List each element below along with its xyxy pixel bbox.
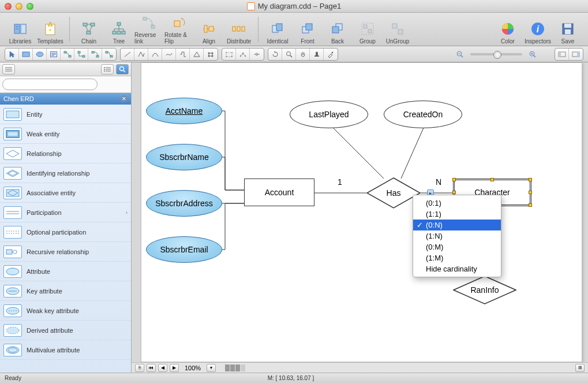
toolbar-back[interactable]: Back [323,14,352,44]
relationship-raninfo[interactable]: RanInfo [453,276,516,304]
toolbar-ungroup[interactable]: UnGroup [383,14,412,44]
edit-tool-1[interactable] [222,48,236,61]
toolbar-rotate-flip[interactable]: Rotate & Flip [164,14,193,44]
toolbar-chain[interactable]: Chain [74,14,103,44]
attribute-oval[interactable]: SbscrbrEmail [146,236,222,263]
toolbar-identical[interactable]: Identical [263,14,292,44]
menu-item[interactable]: Hide cardinality [413,263,501,274]
edit-tool-2[interactable] [236,48,250,61]
library-search-input[interactable] [2,79,98,90]
svg-rect-99 [6,189,19,196]
toolbar-reverse-link[interactable]: Reverse link [134,14,163,44]
library-item[interactable]: Key attribute [0,281,131,301]
toolbar-color[interactable]: Color [493,14,522,44]
line-tool-7[interactable] [204,48,218,61]
library-item[interactable]: Identifying relationship [0,163,131,183]
library-item[interactable]: Optional participation [0,222,131,242]
line-tool-1[interactable] [121,48,134,61]
zoom-dropdown[interactable]: ▾ [207,364,216,372]
sidebar-search-button[interactable] [116,64,129,75]
line-tool-6[interactable] [190,48,204,61]
toolbar-tree[interactable]: Tree [104,14,133,44]
library-item[interactable]: Multivalue attribute [0,340,131,360]
toolbar-save[interactable]: Save [553,14,582,44]
rect-tool[interactable] [19,48,33,61]
rotate-tool[interactable] [268,48,282,61]
toolbar-align[interactable]: Align [194,14,223,44]
menu-item[interactable]: (1:M) [413,252,501,263]
menu-item[interactable]: (0:1) [413,198,501,209]
page-tab-toggle[interactable]: ⎘ [135,364,144,372]
library-group-title: Chen ERD [3,95,34,102]
svg-rect-12 [122,31,125,34]
attribute-oval[interactable]: AcctName [146,98,222,124]
zoom-window-button[interactable] [27,3,33,10]
cardinality-right: N [436,177,441,187]
attribute-createdon[interactable]: CreatedOn [384,101,462,128]
connector-tool-2[interactable] [74,48,88,61]
diagram-page[interactable]: AcctNameSbscrbrNameSbscrbrAddressSbscrbr… [141,62,582,362]
stamp-tool[interactable] [310,48,324,61]
sidebar-view-toggle-2[interactable] [101,64,114,75]
page-first[interactable]: ⏮ [147,364,156,372]
line-tool-5[interactable] [176,48,190,61]
toolbar-inspectors[interactable]: iInspectors [523,14,552,44]
svg-rect-17 [204,25,207,32]
menu-item[interactable]: (0:M) [413,241,501,252]
library-item[interactable]: Weak key attribute [0,301,131,321]
library-item[interactable]: Participation› [0,203,131,222]
back-icon [328,20,347,38]
cardinality-menu[interactable]: (0:1)(1:1)✓(0:N)(1:N)(0:M)(1:M)Hide card… [413,195,501,277]
zoom-tool[interactable] [282,48,296,61]
attribute-oval[interactable]: SbscrbrAddress [146,190,222,217]
toolbar-group[interactable]: Group [353,14,382,44]
line-tool-2[interactable] [134,48,148,61]
connector-tool-4[interactable] [102,48,116,61]
oval-tool[interactable] [33,48,47,61]
connector-tool-1[interactable] [61,48,74,61]
library-item[interactable]: Recursive relationship [0,242,131,262]
close-window-button[interactable] [5,3,12,10]
toolbar-libraries[interactable]: Libraries [6,14,35,44]
toolbar-distribute[interactable]: Distribute [224,14,253,44]
panel-toggle-2[interactable] [569,48,583,61]
attribute-oval[interactable]: SbscrbrName [146,144,222,170]
toolbar-templates[interactable]: Templates [36,14,65,44]
page-next[interactable]: ▶ [170,364,179,372]
minimize-window-button[interactable] [16,3,23,10]
library-item[interactable]: Entity [0,105,131,124]
toolbar-front[interactable]: Front [293,14,322,44]
library-item[interactable]: Attribute [0,262,131,281]
diagram-canvas[interactable]: AcctNameSbscrbrNameSbscrbrAddressSbscrbr… [132,62,588,362]
zoom-slider[interactable] [470,53,522,55]
pointer-tool[interactable] [5,48,19,61]
menu-item[interactable]: (1:N) [413,230,501,241]
attribute-lastplayed[interactable]: LastPlayed [290,101,368,128]
panel-toggle-1[interactable] [555,48,569,61]
group-icon [358,20,377,38]
pan-tool[interactable] [296,48,310,61]
library-item[interactable]: Weak entity [0,124,131,144]
page-prev[interactable]: ◀ [158,364,167,372]
library-group-header[interactable]: Chen ERD ✕ [0,93,131,105]
close-library-button[interactable]: ✕ [121,95,128,102]
canvas-options[interactable]: ⊞ [575,364,585,372]
edit-tool-3[interactable] [250,48,264,61]
menu-item[interactable]: ✓(0:N) [413,220,501,230]
zoom-out-button[interactable] [453,48,467,61]
zoom-in-button[interactable] [526,48,540,61]
page-thumbs[interactable] [225,365,245,371]
library-item[interactable]: Associative entity [0,183,131,203]
library-item[interactable]: Derived attribute [0,321,131,340]
line-tool-4[interactable] [162,48,176,61]
svg-rect-14 [151,25,155,28]
text-tool[interactable] [47,48,61,61]
entity-account[interactable]: Account [244,179,314,206]
sidebar-view-toggle-1[interactable] [2,64,15,75]
toolbar-label: UnGroup [386,38,410,44]
library-item[interactable]: Relationship [0,144,131,163]
connector-tool-3[interactable] [88,48,102,61]
eyedropper-tool[interactable] [324,48,338,61]
line-tool-3[interactable] [148,48,162,61]
menu-item[interactable]: (1:1) [413,209,501,220]
